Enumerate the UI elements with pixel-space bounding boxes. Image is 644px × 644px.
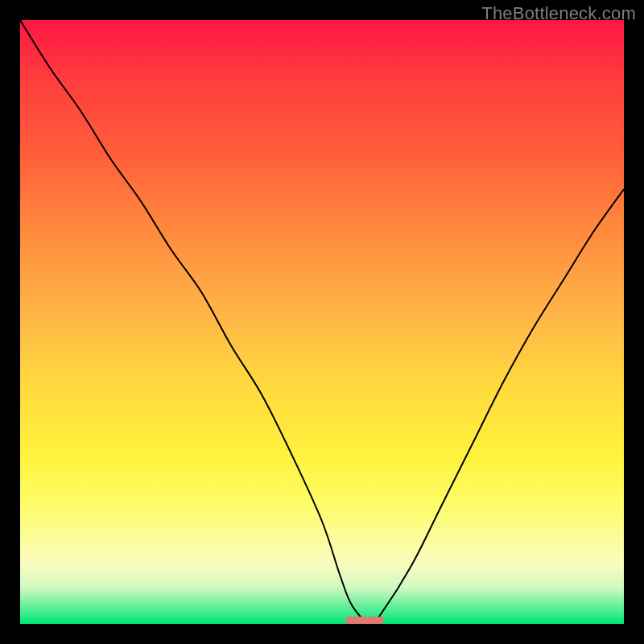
watermark-text: TheBottleneck.com — [481, 3, 636, 24]
plot-area — [20, 20, 624, 624]
bottleneck-curve — [20, 20, 624, 624]
chart-frame: TheBottleneck.com — [0, 0, 644, 644]
optimal-marker-pill — [345, 617, 384, 624]
